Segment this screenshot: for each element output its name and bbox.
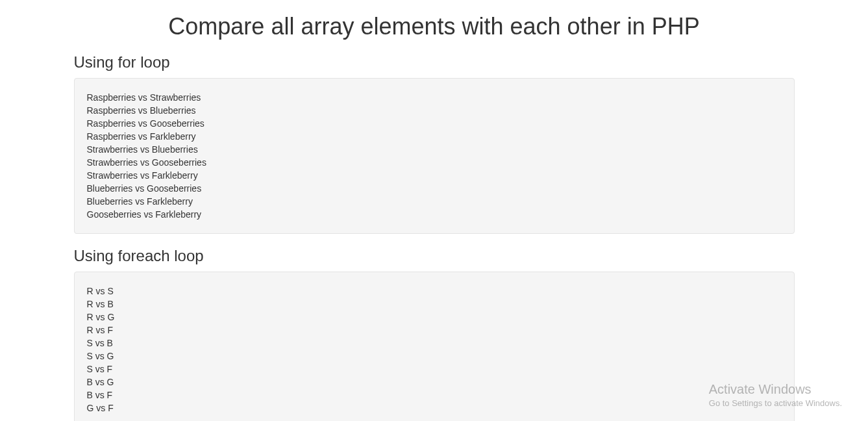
output-line: Blueberries vs Gooseberries [87,182,782,195]
output-line: Strawberries vs Blueberries [87,143,782,156]
section-heading: Using foreach loop [74,247,795,265]
output-line: S vs F [87,363,782,376]
output-line: G vs F [87,402,782,415]
output-line: Raspberries vs Gooseberries [87,117,782,130]
output-line: R vs S [87,285,782,298]
output-line: Raspberries vs Strawberries [87,91,782,104]
page-container: Compare all array elements with each oth… [64,13,804,421]
output-line: R vs B [87,298,782,311]
output-line: S vs B [87,337,782,350]
output-line: Strawberries vs Gooseberries [87,156,782,169]
output-line: R vs F [87,324,782,337]
output-line: Strawberries vs Farkleberry [87,169,782,182]
page-title: Compare all array elements with each oth… [74,13,795,40]
output-line: Raspberries vs Blueberries [87,104,782,117]
output-line: S vs G [87,350,782,363]
output-line: R vs G [87,311,782,324]
output-well-foreach-loop: R vs S R vs B R vs G R vs F S vs B S vs … [74,272,795,421]
section-heading: Using for loop [74,53,795,71]
output-line: B vs G [87,376,782,389]
output-line: Blueberries vs Farkleberry [87,195,782,208]
output-line: B vs F [87,389,782,402]
output-line: Raspberries vs Farkleberry [87,130,782,143]
output-well-for-loop: Raspberries vs Strawberries Raspberries … [74,78,795,234]
output-line: Gooseberries vs Farkleberry [87,208,782,221]
